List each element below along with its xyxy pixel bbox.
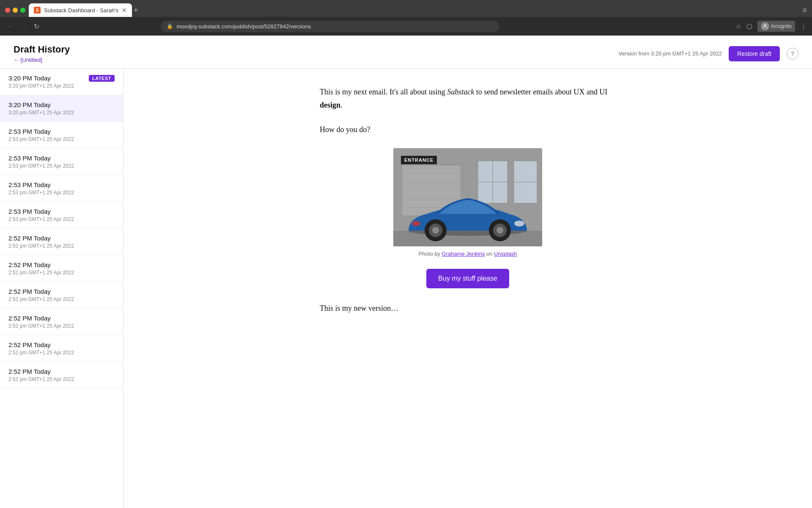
incognito-icon [761,22,769,30]
version-date: 2:52 pm GMT+1 25 Apr 2022 [8,243,115,249]
version-item[interactable]: 2:52 PM Today2:52 pm GMT+1 25 Apr 2022 [0,335,123,362]
version-item[interactable]: 2:52 PM Today2:52 pm GMT+1 25 Apr 2022 [0,362,123,389]
version-item[interactable]: 2:52 PM Today2:52 pm GMT+1 25 Apr 2022 [0,309,123,335]
version-item-header: 2:52 PM Today [8,368,115,375]
version-item[interactable]: 3:20 PM TodayLATEST3:20 pm GMT+1 25 Apr … [0,69,123,95]
tab-favicon: S [34,7,41,14]
unsplash-link[interactable]: Unsplash [494,251,517,257]
tab-close-button[interactable]: ✕ [122,7,127,14]
email-paragraph-1: This is my next email. It's all about us… [320,86,616,111]
car-image: ENTRANCE [393,148,542,246]
image-caption: Photo by Grahame Jenkins on Unsplash [419,251,517,257]
restore-draft-button[interactable]: Restore draft [729,46,780,61]
version-item-header: 2:53 PM Today [8,155,115,162]
version-date: 2:53 pm GMT+1 25 Apr 2022 [8,136,115,142]
help-button[interactable]: ? [787,48,798,60]
version-item[interactable]: 2:52 PM Today2:52 pm GMT+1 25 Apr 2022 [0,282,123,309]
email-body: This is my next email. It's all about us… [320,86,616,315]
tab-title: Substack Dashboard - Sarah's [44,7,118,14]
close-window-button[interactable] [5,8,10,13]
version-date: 2:52 pm GMT+1 25 Apr 2022 [8,296,115,302]
version-item-header: 2:53 PM Today [8,128,115,135]
version-item[interactable]: 2:53 PM Today2:53 pm GMT+1 25 Apr 2022 [0,122,123,149]
version-date: 2:52 pm GMT+1 25 Apr 2022 [8,376,115,382]
bookmark-icon[interactable]: ☆ [735,22,741,30]
entrance-sign: ENTRANCE [401,156,437,164]
incognito-badge: Incognito [757,21,795,32]
version-time: 2:52 PM Today [8,235,51,242]
tab-bar: S Substack Dashboard - Sarah's ✕ + ≡ [0,0,812,17]
tab-menu-button[interactable]: ≡ [802,6,807,15]
version-time: 2:53 PM Today [8,155,51,162]
version-item[interactable]: 2:53 PM Today2:53 pm GMT+1 25 Apr 2022 [0,149,123,175]
version-time: 2:52 PM Today [8,315,51,322]
new-version-text: This is my new version… [320,302,616,315]
paragraph1-end: . [340,101,343,109]
traffic-lights [5,8,25,13]
version-time: 2:52 PM Today [8,341,51,348]
minimize-window-button[interactable] [13,8,18,13]
back-link-text: ← [Untitled] [14,57,42,63]
draft-content: This is my next email. It's all about us… [123,69,812,508]
version-time: 2:52 PM Today [8,368,51,375]
page-title: Draft History [14,44,70,55]
version-info: Version from 3:20 pm GMT+1 25 Apr 2022 [618,50,722,57]
svg-point-0 [764,24,766,27]
versions-sidebar: 3:20 PM TodayLATEST3:20 pm GMT+1 25 Apr … [0,69,123,508]
header-left: Draft History ← [Untitled] [14,44,70,63]
version-item-header: 2:53 PM Today [8,181,115,188]
new-tab-button[interactable]: + [134,6,138,15]
cta-wrapper: Buy my stuff please [320,269,616,288]
version-item[interactable]: 2:52 PM Today2:52 pm GMT+1 25 Apr 2022 [0,255,123,282]
version-item[interactable]: 2:52 PM Today2:52 pm GMT+1 25 Apr 2022 [0,229,123,255]
version-time: 2:53 PM Today [8,181,51,188]
header-right: Version from 3:20 pm GMT+1 25 Apr 2022 R… [618,46,798,61]
browser-chrome: S Substack Dashboard - Sarah's ✕ + ≡ ← →… [0,0,812,36]
version-date: 3:20 pm GMT+1 25 Apr 2022 [8,83,115,89]
reload-button[interactable]: ↻ [32,21,41,32]
paragraph2-underline: do [359,125,367,134]
back-link[interactable]: ← [Untitled] [14,57,70,63]
version-date: 2:53 pm GMT+1 25 Apr 2022 [8,216,115,222]
version-date: 3:20 pm GMT+1 25 Apr 2022 [8,110,115,116]
version-item[interactable]: 3:20 PM Today3:20 pm GMT+1 25 Apr 2022 [0,95,123,122]
svg-point-23 [497,227,503,234]
version-item-header: 2:52 PM Today [8,341,115,348]
page-header: Draft History ← [Untitled] Version from … [0,36,812,69]
version-item[interactable]: 2:53 PM Today2:53 pm GMT+1 25 Apr 2022 [0,175,123,202]
version-item[interactable]: 2:53 PM Today2:53 pm GMT+1 25 Apr 2022 [0,202,123,229]
address-bar: ← → ↻ 🔒 moodjoy.substack.com/publish/pos… [0,17,812,36]
paragraph2-text1: How do you [320,125,359,134]
version-date: 2:52 pm GMT+1 25 Apr 2022 [8,350,115,356]
cta-button[interactable]: Buy my stuff please [426,269,509,288]
version-time: 2:53 PM Today [8,128,51,135]
version-date: 2:52 pm GMT+1 25 Apr 2022 [8,323,115,329]
back-button[interactable]: ← [5,21,15,32]
photographer-link[interactable]: Grahame Jenkins [442,251,485,257]
version-time: 3:20 PM Today [8,75,51,82]
version-date: 2:52 pm GMT+1 25 Apr 2022 [8,270,115,276]
active-tab[interactable]: S Substack Dashboard - Sarah's ✕ [29,3,132,17]
version-time: 2:52 PM Today [8,288,51,295]
forward-button[interactable]: → [19,21,29,32]
url-bar[interactable]: 🔒 moodjoy.substack.com/publish/post/5282… [161,21,499,32]
version-item-header: 2:52 PM Today [8,235,115,242]
version-date: 2:53 pm GMT+1 25 Apr 2022 [8,163,115,169]
version-item-header: 3:20 PM TodayLATEST [8,75,115,82]
lock-icon: 🔒 [167,23,173,29]
maximize-window-button[interactable] [20,8,25,13]
url-text: moodjoy.substack.com/publish/post/528278… [176,23,493,30]
browser-menu-icon[interactable]: ⋮ [800,22,807,30]
page-body: 3:20 PM TodayLATEST3:20 pm GMT+1 25 Apr … [0,69,812,508]
svg-point-17 [412,221,420,226]
paragraph2-end: ? [367,125,370,134]
version-item-header: 2:52 PM Today [8,288,115,295]
address-bar-right: ☆ ⬡ Incognito ⋮ [735,21,807,32]
version-time: 3:20 PM Today [8,101,51,108]
cast-icon[interactable]: ⬡ [746,22,752,30]
version-time: 2:53 PM Today [8,208,51,215]
on-text: on [485,251,494,257]
version-item-header: 2:52 PM Today [8,261,115,268]
paragraph1-italic: Substack [447,88,474,96]
version-time: 2:52 PM Today [8,261,51,268]
